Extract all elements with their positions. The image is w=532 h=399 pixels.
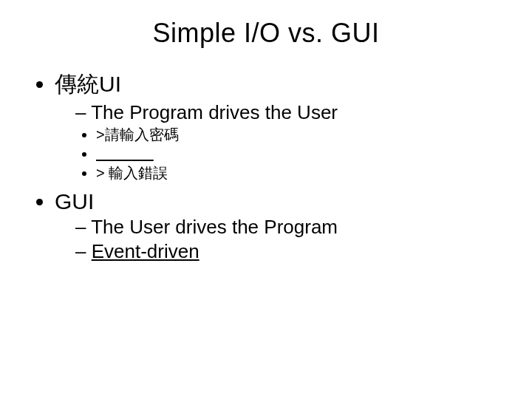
list-item: > 輸入錯誤 (96, 163, 510, 183)
section-heading: GUI (55, 189, 94, 214)
sub-list: The User drives the Program Event-driven (55, 216, 510, 263)
list-item: >請輸入密碼 (96, 125, 510, 145)
bullet-list: 傳統UI The Program drives the User >請輸入密碼 … (22, 69, 510, 263)
list-item (96, 146, 510, 163)
list-item: The Program drives the User >請輸入密碼 > 輸入錯… (75, 101, 510, 183)
slide: Simple I/O vs. GUI 傳統UI The Program driv… (0, 0, 532, 399)
bullet-text: >請輸入密碼 (96, 126, 179, 143)
list-item: The User drives the Program (75, 216, 510, 239)
bullet-text: The Program drives the User (91, 101, 338, 123)
bullet-text: > 輸入錯誤 (96, 165, 168, 181)
bullet-text: The User drives the Program (91, 216, 338, 238)
slide-title: Simple I/O vs. GUI (22, 18, 510, 49)
sub-sub-list: >請輸入密碼 > 輸入錯誤 (75, 125, 510, 183)
blank-line (96, 146, 154, 162)
bullet-text: Event-driven (92, 240, 200, 262)
section-heading: 傳統UI (55, 72, 121, 96)
sub-list: The Program drives the User >請輸入密碼 > 輸入錯… (55, 101, 510, 183)
list-item: 傳統UI The Program drives the User >請輸入密碼 … (55, 69, 510, 183)
list-item: GUI The User drives the Program Event-dr… (55, 189, 510, 263)
list-item: Event-driven (75, 240, 510, 263)
